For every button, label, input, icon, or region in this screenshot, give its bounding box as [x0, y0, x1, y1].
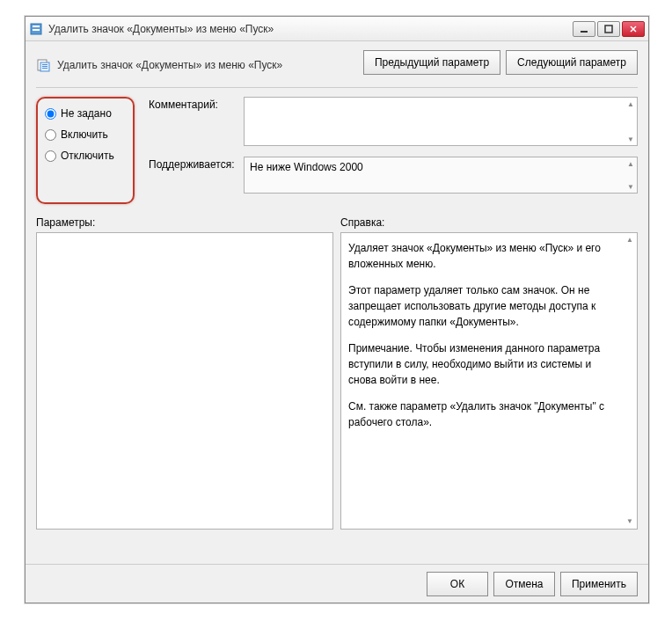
help-label: Справка: — [340, 216, 638, 229]
ok-button[interactable]: ОК — [427, 572, 488, 596]
svg-rect-4 — [605, 26, 612, 33]
svg-rect-11 — [42, 68, 47, 69]
window-controls — [573, 21, 645, 37]
supported-box: Не ниже Windows 2000 ▲ ▼ — [244, 157, 638, 194]
supported-value: Не ниже Windows 2000 — [250, 161, 363, 173]
help-paragraph: Этот параметр удаляет только сам значок.… — [348, 282, 621, 330]
lower-section: Параметры: Справка: Удаляет значок «Доку… — [36, 216, 638, 530]
scroll-down-icon: ▼ — [625, 517, 634, 526]
header-row: Удалить значок «Документы» из меню «Пуск… — [36, 50, 638, 75]
radio-disabled-label: Отключить — [61, 150, 114, 162]
policy-icon — [36, 57, 52, 73]
comment-textarea[interactable]: ▲ ▼ — [244, 97, 638, 146]
help-paragraph: Примечание. Чтобы изменения данного пара… — [348, 340, 621, 388]
app-icon — [29, 22, 43, 36]
comment-label: Комментарий: — [149, 97, 237, 146]
help-scrollbar[interactable]: ▲ ▼ — [625, 236, 634, 526]
radio-not-configured-input[interactable] — [45, 108, 56, 120]
help-box: Удаляет значок «Документы» из меню «Пуск… — [340, 232, 638, 530]
minimize-button[interactable] — [573, 21, 595, 37]
radio-disabled-input[interactable] — [45, 150, 56, 162]
policy-title: Удалить значок «Документы» из меню «Пуск… — [57, 59, 282, 71]
radio-enabled[interactable]: Включить — [45, 128, 121, 141]
cancel-button[interactable]: Отмена — [493, 572, 555, 596]
close-button[interactable] — [622, 21, 645, 37]
dialog-content: Удалить значок «Документы» из меню «Пуск… — [26, 41, 648, 538]
previous-setting-button[interactable]: Предыдущий параметр — [363, 50, 500, 75]
radio-not-configured[interactable]: Не задано — [45, 107, 121, 120]
svg-rect-1 — [33, 26, 40, 27]
state-radio-group: Не задано Включить Отключить — [36, 97, 135, 204]
divider — [36, 87, 638, 88]
dialog-window: Удалить значок «Документы» из меню «Пуск… — [25, 16, 649, 603]
window-title: Удалить значок «Документы» из меню «Пуск… — [48, 23, 573, 35]
svg-rect-3 — [581, 31, 588, 33]
comment-scrollbar[interactable]: ▲ ▼ — [626, 99, 635, 143]
upper-section: Не задано Включить Отключить Комментарий… — [36, 97, 638, 204]
help-paragraph: Удаляет значок «Документы» из меню «Пуск… — [348, 240, 621, 272]
radio-enabled-input[interactable] — [45, 129, 56, 141]
svg-rect-10 — [42, 66, 47, 67]
svg-rect-9 — [42, 64, 47, 65]
options-box — [36, 232, 333, 530]
scroll-down-icon: ▼ — [626, 135, 635, 143]
radio-disabled[interactable]: Отключить — [45, 150, 121, 162]
help-paragraph: См. также параметр «Удалить значок "Доку… — [348, 398, 621, 430]
scroll-up-icon: ▲ — [626, 99, 635, 108]
scroll-up-icon: ▲ — [625, 236, 634, 245]
apply-button[interactable]: Применить — [560, 572, 638, 596]
scroll-down-icon: ▼ — [626, 182, 635, 191]
scroll-up-icon: ▲ — [626, 159, 635, 168]
supported-label: Поддерживается: — [149, 157, 237, 194]
maximize-button[interactable] — [597, 21, 620, 37]
supported-scrollbar[interactable]: ▲ ▼ — [626, 159, 635, 191]
radio-not-configured-label: Не задано — [61, 107, 112, 120]
titlebar: Удалить значок «Документы» из меню «Пуск… — [26, 17, 648, 41]
svg-rect-2 — [33, 29, 40, 31]
dialog-footer: ОК Отмена Применить — [26, 564, 648, 603]
radio-enabled-label: Включить — [61, 128, 108, 141]
next-setting-button[interactable]: Следующий параметр — [506, 50, 638, 75]
options-label: Параметры: — [36, 216, 333, 229]
